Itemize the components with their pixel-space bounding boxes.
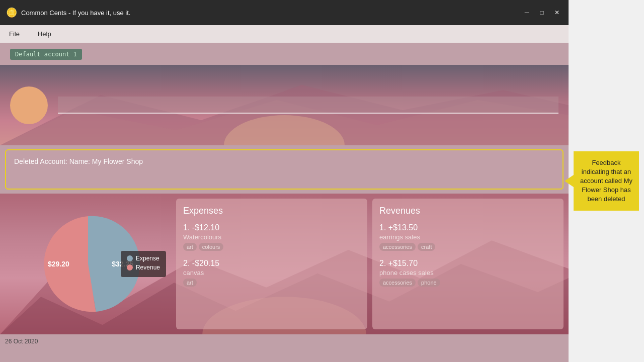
revenue-amount-1: 1. +$13.50 bbox=[379, 223, 556, 232]
avatar bbox=[10, 86, 48, 124]
expense-tags-1: art colours bbox=[183, 243, 360, 251]
expense-item-1: 1. -$12.10 Watercolours art colours bbox=[183, 223, 360, 251]
close-button[interactable]: ✕ bbox=[551, 7, 562, 18]
expense-legend-label: Expense bbox=[136, 255, 159, 262]
feedback-text: Feedback indicating that an account call… bbox=[580, 159, 632, 203]
app-icon: 🪙 bbox=[6, 7, 17, 18]
tag-phone[interactable]: phone bbox=[418, 279, 440, 287]
tag-accessories-1[interactable]: accessories bbox=[379, 243, 416, 251]
revenue-name-1: earrings sales bbox=[379, 233, 556, 241]
tag-art-1[interactable]: art bbox=[183, 243, 197, 251]
titlebar: 🪙 Common Cents - If you have it, use it.… bbox=[0, 0, 569, 25]
expense-item-2: 2. -$20.15 canvas art bbox=[183, 259, 360, 287]
expense-amount-2: 2. -$20.15 bbox=[183, 259, 360, 268]
main-content: $29.20 $32.25 Expense Revenue Expenses bbox=[0, 194, 569, 334]
tag-art-2[interactable]: art bbox=[183, 279, 197, 287]
tag-craft[interactable]: craft bbox=[418, 243, 435, 251]
footer-date: 26 Oct 2020 bbox=[5, 338, 38, 345]
account-tag[interactable]: Default account 1 bbox=[10, 49, 82, 60]
account-name-input[interactable] bbox=[58, 97, 558, 114]
revenues-title: Revenues bbox=[379, 206, 556, 216]
hero-input-area bbox=[58, 97, 558, 114]
notification-text: Deleted Account: Name: My Flower Shop bbox=[14, 157, 143, 165]
expenses-column: Expenses 1. -$12.10 Watercolours art col… bbox=[176, 199, 367, 329]
menu-help[interactable]: Help bbox=[34, 28, 55, 40]
expense-dot bbox=[127, 255, 133, 261]
revenue-tags-2: accessories phone bbox=[379, 279, 556, 287]
hero-area bbox=[0, 65, 569, 145]
window-title: Common Cents - If you have it, use it. bbox=[21, 9, 521, 17]
minimize-button[interactable]: ─ bbox=[521, 7, 532, 18]
chart-legend: Expense Revenue bbox=[121, 251, 166, 277]
revenue-name-2: phone cases sales bbox=[379, 269, 556, 277]
revenue-tags-1: accessories craft bbox=[379, 243, 556, 251]
expense-tags-2: art bbox=[183, 279, 360, 287]
tag-colours[interactable]: colours bbox=[199, 243, 223, 251]
revenue-legend-label: Revenue bbox=[136, 264, 160, 271]
feedback-arrow bbox=[565, 175, 574, 187]
revenue-amount-2: 2. +$15.70 bbox=[379, 259, 556, 268]
expenses-title: Expenses bbox=[183, 206, 360, 216]
feedback-panel: Feedback indicating that an account call… bbox=[569, 0, 644, 362]
revenue-item-1: 1. +$13.50 earrings sales accessories cr… bbox=[379, 223, 556, 251]
revenues-column: Revenues 1. +$13.50 earrings sales acces… bbox=[372, 199, 564, 329]
main-window: 🪙 Common Cents - If you have it, use it.… bbox=[0, 0, 569, 362]
expense-name-1: Watercolours bbox=[183, 233, 360, 241]
expense-amount-1: 1. -$12.10 bbox=[183, 223, 360, 232]
window-controls: ─ □ ✕ bbox=[521, 7, 562, 18]
revenue-item-2: 2. +$15.70 phone cases sales accessories… bbox=[379, 259, 556, 287]
menu-file[interactable]: File bbox=[5, 28, 24, 40]
feedback-box: Feedback indicating that an account call… bbox=[574, 151, 639, 211]
notification-box: Deleted Account: Name: My Flower Shop bbox=[5, 149, 564, 190]
tag-accessories-2[interactable]: accessories bbox=[379, 279, 416, 287]
footer: 26 Oct 2020 bbox=[0, 334, 569, 348]
revenue-dot bbox=[127, 264, 133, 270]
chart-area: $29.20 $32.25 Expense Revenue bbox=[5, 199, 171, 329]
legend-revenue: Revenue bbox=[127, 264, 160, 271]
legend-expense: Expense bbox=[127, 255, 160, 262]
expense-name-2: canvas bbox=[183, 269, 360, 277]
expense-value-label: $29.20 bbox=[48, 260, 69, 268]
menubar: File Help bbox=[0, 25, 569, 43]
maximize-button[interactable]: □ bbox=[536, 7, 547, 18]
